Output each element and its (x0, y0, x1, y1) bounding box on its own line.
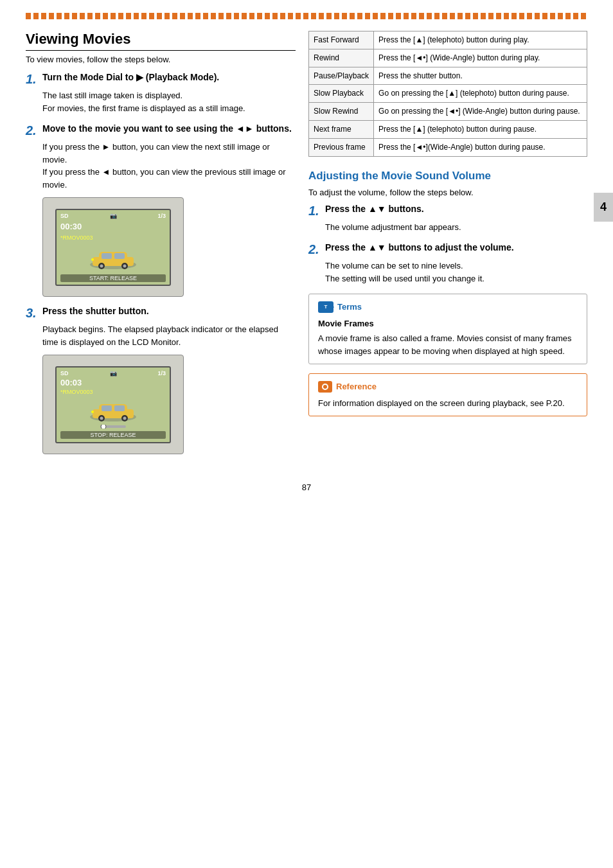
table-cell-action: Next frame (309, 120, 374, 138)
terms-icon: T (318, 301, 333, 313)
volume-section-title: Adjusting the Movie Sound Volume (308, 170, 587, 182)
svg-point-16 (100, 417, 103, 420)
progress-bar (100, 425, 126, 429)
table-cell-action: Rewind (309, 49, 374, 67)
intro-text: To view movies, follow the steps below. (26, 55, 296, 64)
table-cell-description: Press the [◄•] (Wide-Angle) button durin… (374, 49, 587, 67)
step-1: 1. Turn the Mode Dial to ▶ (Playback Mod… (26, 72, 296, 114)
svg-point-21 (101, 425, 106, 429)
cam-timer-start: 00:30 (60, 222, 166, 231)
svg-rect-13 (102, 405, 112, 411)
terms-label: Terms (337, 301, 362, 314)
step-1-title: Turn the Mode Dial to ▶ (Playback Mode). (42, 72, 219, 82)
chapter-tab: 4 (594, 193, 613, 222)
table-row: Slow PlaybackGo on pressing the [▲] (tel… (309, 85, 587, 103)
cam-filename-stop: *RMOV0003 (60, 389, 166, 395)
reference-box: Reference For information displayed on t… (308, 373, 587, 416)
step-3-body: Playback begins. The elapsed playback in… (42, 323, 296, 348)
cam-bottom-start: START: RELEASE (60, 274, 166, 282)
table-row: Next framePress the [▲] (telephoto) butt… (309, 120, 587, 138)
vol-step-2-body: The volume can be set to nine levels. Th… (325, 260, 587, 285)
table-row: Fast ForwardPress the [▲] (telephoto) bu… (309, 31, 587, 49)
cam-label-stop: 1/3 (157, 370, 166, 376)
car-svg-stop (87, 398, 139, 422)
camera-image-stop: SD 📷 1/3 00:03 *RMOV0003 (42, 355, 184, 454)
svg-rect-4 (114, 253, 125, 259)
svg-point-8 (123, 264, 127, 267)
step-2-title: Move to the movie you want to see using … (42, 123, 292, 134)
page: Viewing Movies To view movies, follow th… (0, 0, 613, 868)
vol-step-2-num: 2. (308, 242, 321, 257)
svg-point-23 (323, 385, 327, 389)
svg-point-6 (100, 264, 103, 267)
volume-step-2: 2. Press the ▲▼ buttons to adjust the vo… (308, 242, 587, 285)
svg-point-19 (91, 411, 94, 413)
table-cell-description: Go on pressing the [▲] (telephoto) butto… (374, 85, 587, 103)
step-1-body: The last still image taken is displayed.… (42, 89, 296, 114)
table-row: Previous framePress the [◄•](Wide-Angle)… (309, 138, 587, 156)
table-cell-description: Press the [▲] (telephoto) button during … (374, 31, 587, 49)
car-svg-start (87, 245, 139, 270)
vol-step-1-body: The volume adjustment bar appears. (325, 221, 587, 234)
camera-image-start: SD 📷 1/3 00:30 *RMOV0003 (42, 197, 184, 297)
svg-point-18 (123, 417, 127, 420)
playback-controls-table: Fast ForwardPress the [▲] (telephoto) bu… (308, 31, 587, 157)
table-cell-description: Press the [◄•](Wide-Angle) button during… (374, 138, 587, 156)
vol-step-1-title: Press the ▲▼ buttons. (325, 204, 424, 214)
step-2: 2. Move to the movie you want to see usi… (26, 123, 296, 297)
volume-intro: To adjust the volume, follow the steps b… (308, 188, 587, 197)
step-3-title: Press the shutter button. (42, 306, 149, 316)
table-cell-action: Previous frame (309, 138, 374, 156)
table-row: Slow RewindGo on pressing the [◄•] (Wide… (309, 103, 587, 121)
table-cell-action: Slow Rewind (309, 103, 374, 121)
table-cell-description: Press the [▲] (telephoto) button during … (374, 120, 587, 138)
vol-step-1-num: 1. (308, 204, 321, 218)
table-cell-description: Go on pressing the [◄•] (Wide-Angle) but… (374, 103, 587, 121)
step-1-num: 1. (26, 72, 39, 87)
terms-subhead: Movie Frames (318, 317, 578, 330)
volume-step-1: 1. Press the ▲▼ buttons. The volume adju… (308, 204, 587, 234)
table-cell-action: Slow Playback (309, 85, 374, 103)
section-title: Viewing Movies (26, 31, 296, 51)
ref-icon (318, 381, 332, 393)
table-cell-description: Press the shutter button. (374, 67, 587, 85)
ref-body: For information displayed on the screen … (318, 397, 578, 410)
cam-timer-stop: 00:03 (60, 378, 166, 387)
svg-rect-3 (102, 253, 112, 259)
cam-label-start: 1/3 (157, 213, 166, 219)
cam-sd-label-stop: SD (60, 370, 69, 376)
step-2-num: 2. (26, 123, 39, 138)
table-cell-action: Fast Forward (309, 31, 374, 49)
cam-sd-label: SD (60, 213, 69, 219)
step-2-body: If you press the ► button, you can view … (42, 141, 296, 191)
step-3: 3. Press the shutter button. Playback be… (26, 306, 296, 454)
page-number: 87 (26, 483, 587, 492)
terms-box: T Terms Movie Frames A movie frame is al… (308, 294, 587, 364)
cam-filename-start: *RMOV0003 (60, 235, 166, 241)
vol-step-2-title: Press the ▲▼ buttons to adjust the volum… (325, 242, 514, 252)
svg-rect-14 (114, 405, 125, 411)
table-cell-action: Pause/Playback (309, 67, 374, 85)
step-3-num: 3. (26, 306, 39, 321)
right-column: Fast ForwardPress the [▲] (telephoto) bu… (308, 31, 587, 463)
left-column: Viewing Movies To view movies, follow th… (26, 31, 296, 463)
cam-bottom-stop: STOP: RELEASE (60, 431, 166, 439)
svg-point-9 (91, 258, 94, 261)
table-row: Pause/PlaybackPress the shutter button. (309, 67, 587, 85)
terms-body: A movie frame is also called a frame. Mo… (318, 332, 578, 357)
ref-label: Reference (336, 380, 377, 393)
top-border-decoration (26, 13, 587, 19)
table-row: RewindPress the [◄•] (Wide-Angle) button… (309, 49, 587, 67)
